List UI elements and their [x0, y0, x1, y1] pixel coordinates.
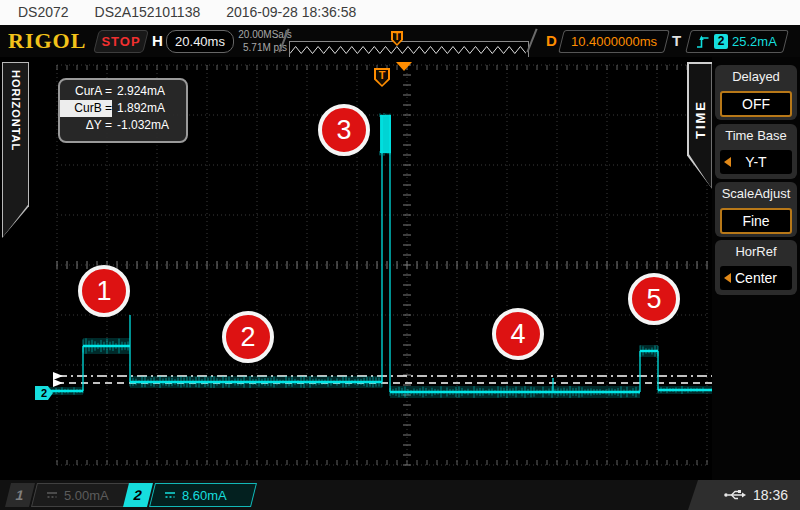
- channel1-readout: 5.00mA: [31, 483, 133, 507]
- delay-value: 10.4000000ms: [562, 31, 666, 52]
- tab-horizontal-label: HORIZONTAL: [10, 70, 22, 151]
- callout-circle-1: 1: [78, 265, 130, 317]
- run-state-badge: STOP: [93, 30, 149, 53]
- oscilloscope-screen: DS2072DS2A1521011382016-09-28 18:36:58 R…: [0, 0, 800, 510]
- callout-circle-2: 2: [222, 311, 274, 363]
- title-bar: DS2072DS2A1521011382016-09-28 18:36:58: [0, 0, 800, 25]
- softkey-timebase[interactable]: Time Base Y-T: [715, 124, 797, 179]
- usb-icon: [723, 488, 747, 502]
- memory-preview: [289, 41, 529, 58]
- clock-box: 18:36: [688, 480, 800, 510]
- trigger-source-badge: 2: [714, 34, 728, 49]
- softkey-delayed[interactable]: Delayed OFF: [715, 65, 797, 120]
- cursor-row-b: CurB = 1.892mA: [60, 100, 186, 117]
- capture-datetime: 2016-09-28 18:36:58: [226, 4, 356, 20]
- trigger-level-flag-icon: T: [374, 68, 390, 87]
- rising-edge-icon: [695, 34, 710, 50]
- callout-circle-5: 5: [628, 273, 680, 325]
- timebase-readout: 20.40ms: [166, 30, 234, 53]
- cursor-a-label: CurA =: [60, 83, 112, 100]
- run-state-text: STOP: [97, 31, 145, 52]
- horizontal-label: H: [152, 32, 163, 49]
- trigger-label: T: [672, 32, 681, 49]
- chevron-left-icon: [724, 273, 731, 283]
- channel2-scale: 8.60mA: [182, 488, 227, 503]
- dc-coupling-icon: [45, 490, 59, 500]
- dc-coupling-icon: [163, 490, 177, 500]
- callout-number: 1: [96, 276, 111, 307]
- cursor-b-label: CurB =: [60, 100, 112, 117]
- tab-time-label: TIME: [693, 100, 708, 139]
- cursor-b-value: 1.892mA: [117, 100, 165, 117]
- delay-readout: 10.4000000ms: [558, 30, 670, 53]
- cursor-delta-value: -1.032mA: [117, 117, 169, 134]
- trigger-level-value: 25.2mA: [732, 34, 777, 49]
- cursor-readout-box: CurA = 2.924mA CurB = 1.892mA ΔY = -1.03…: [58, 78, 188, 143]
- softkey-horref[interactable]: HorRef Center: [715, 240, 797, 295]
- timebase-value: 20.40ms: [175, 34, 225, 49]
- softkey-label: ScaleAdjust: [715, 182, 797, 206]
- model-name: DS2072: [18, 4, 69, 20]
- chevron-left-icon: [724, 157, 731, 167]
- softkey-value: OFF: [720, 91, 792, 117]
- softkey-scaleadjust[interactable]: ScaleAdjust Fine: [715, 182, 797, 237]
- softkey-label: Time Base: [715, 124, 797, 148]
- softkey-label: HorRef: [715, 240, 797, 264]
- softkey-label: Delayed: [715, 65, 797, 89]
- callout-number: 3: [336, 115, 351, 146]
- callout-circle-3: 3: [318, 104, 370, 156]
- callout-circle-4: 4: [492, 308, 544, 360]
- callout-number: 5: [646, 284, 661, 315]
- callout-number: 4: [510, 319, 525, 350]
- waveform-grid: T 2 12345 CurA = 2.924mA CurB = 1.892mA …: [35, 62, 712, 478]
- clock-text: 18:36: [753, 487, 788, 503]
- display-area: HORIZONTAL T 2 12345 CurA = 2.924mA CurB…: [0, 57, 800, 480]
- cursor-row-delta: ΔY = -1.032mA: [60, 117, 186, 134]
- serial-number: DS2A152101138: [95, 4, 201, 20]
- cursor-a-value: 2.924mA: [117, 83, 165, 100]
- channel1-badge: 1: [5, 483, 35, 507]
- memory-depth-value: 5.71M pts: [234, 41, 296, 54]
- preview-trigger-flag-icon: T: [391, 31, 403, 46]
- softkey-value: Y-T: [720, 150, 792, 174]
- channel2-badge: 2: [123, 483, 153, 507]
- tab-horizontal: HORIZONTAL: [2, 62, 29, 238]
- softkey-menu: Delayed OFF Time Base Y-T ScaleAdjust Fi…: [712, 57, 800, 480]
- channel2-readout: 8.60mA: [149, 483, 257, 507]
- rigol-logo: RIGOL: [8, 28, 86, 54]
- trigger-readout: 2 25.2mA: [685, 30, 789, 53]
- cursor-row-a: CurA = 2.924mA: [60, 83, 186, 100]
- trigger-position-icon: [396, 62, 412, 71]
- cursor-delta-label: ΔY =: [60, 117, 112, 134]
- callout-number: 2: [240, 322, 255, 353]
- channel1-scale: 5.00mA: [64, 488, 109, 503]
- delay-label: D: [546, 32, 557, 49]
- channel-status-bar: 1 5.00mA 2 8.60mA: [0, 480, 800, 510]
- status-bar: RIGOL STOP H 20.40ms 20.00MSa/s 5.71M pt…: [0, 25, 800, 57]
- softkey-value: Fine: [720, 208, 792, 234]
- softkey-value: Center: [720, 266, 792, 290]
